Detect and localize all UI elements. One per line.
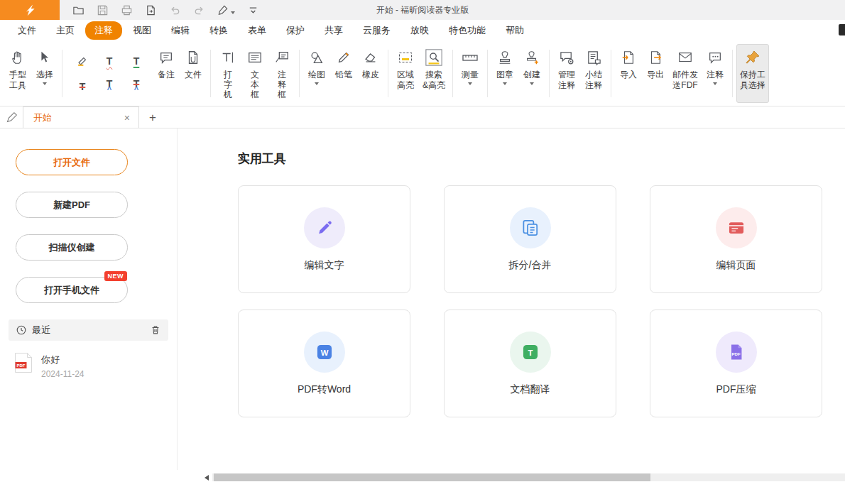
file-attachment-icon: [185, 48, 201, 67]
menu-slideshow[interactable]: 放映: [401, 21, 438, 40]
open-mobile-file-button[interactable]: 打开手机文件 NEW: [16, 277, 128, 303]
area-highlight-icon: [397, 48, 414, 67]
new-tab-button[interactable]: +: [149, 111, 156, 124]
shapes-icon: [309, 48, 325, 67]
redo-icon[interactable]: [192, 3, 206, 17]
group-separator: [732, 50, 733, 97]
replace-text-tool[interactable]: T^: [126, 76, 147, 97]
export-comments-button[interactable]: 导出: [642, 44, 669, 103]
summarize-comments-button[interactable]: 小结注释: [580, 44, 607, 103]
export-document-icon[interactable]: [143, 3, 158, 17]
svg-text:T: T: [528, 348, 533, 356]
menu-file[interactable]: 文件: [9, 21, 45, 40]
underline-tool[interactable]: T: [126, 50, 147, 72]
card-edit-pages[interactable]: 编辑页面: [650, 185, 822, 293]
undo-icon[interactable]: [168, 3, 182, 17]
chevron-down-icon: [315, 82, 319, 85]
comment-ribbon: 手型工具 选择 T T T T^ T^: [0, 41, 845, 106]
pencil-button[interactable]: 铅笔: [330, 44, 357, 103]
new-pdf-button[interactable]: 新建PDF: [16, 192, 128, 218]
squiggly-underline-tool[interactable]: T: [99, 50, 120, 72]
menu-view[interactable]: 视图: [124, 21, 160, 40]
window-title: 开始 - 福昕阅读器专业版: [376, 4, 469, 16]
menu-share[interactable]: 共享: [315, 21, 352, 40]
hand-tool-button[interactable]: 手型工具: [4, 44, 31, 103]
drawing-button[interactable]: 绘图: [303, 44, 330, 103]
comments-menu-button[interactable]: 注释: [702, 44, 729, 103]
search-highlight-button[interactable]: 搜索&高亮: [419, 44, 449, 103]
save-icon[interactable]: [95, 3, 109, 17]
scanner-create-button[interactable]: 扫描仪创建: [16, 234, 128, 261]
group-separator: [62, 50, 62, 97]
scrollbar-track[interactable]: [212, 473, 845, 481]
eraser-button[interactable]: 橡皮: [357, 44, 384, 103]
measure-button[interactable]: 测量: [457, 44, 484, 103]
customize-toolbar-icon[interactable]: [246, 3, 260, 17]
menu-help[interactable]: 帮助: [496, 21, 533, 40]
manage-comments-icon: [559, 48, 575, 67]
create-stamp-button[interactable]: 创建: [518, 44, 545, 103]
eraser-icon: [363, 48, 378, 67]
menu-convert[interactable]: 转换: [200, 21, 237, 40]
horizontal-scrollbar: [201, 472, 845, 483]
email-fdf-button[interactable]: 邮件发送FDF: [669, 44, 702, 103]
foxit-logo-icon: [23, 3, 37, 17]
chevron-down-icon: [713, 82, 717, 85]
note-bubble-icon: [158, 48, 174, 67]
edit-pages-icon: [716, 207, 757, 248]
area-highlight-button[interactable]: 区域高亮: [392, 44, 419, 103]
card-pdf-to-word[interactable]: W PDF转Word: [238, 309, 410, 417]
recent-file-item[interactable]: PDF 你好 2024-11-24: [14, 352, 177, 379]
foxit-logo-button[interactable]: [0, 0, 60, 20]
card-doc-translate[interactable]: T 文档翻译: [444, 309, 616, 417]
callout-button[interactable]: 注释框: [268, 44, 295, 103]
typewriter-button[interactable]: 打字机: [214, 44, 241, 103]
stamp-button[interactable]: 图章: [491, 44, 518, 103]
open-folder-icon[interactable]: [71, 3, 85, 17]
recent-file-name: 你好: [41, 354, 84, 366]
textbox-icon: [247, 48, 263, 67]
signature-pen-icon[interactable]: [216, 3, 236, 17]
quick-access-toolbar: [71, 3, 260, 17]
keep-tool-selected-button[interactable]: 保持工具选择: [736, 44, 769, 103]
sidebar: 打开文件 新建PDF 扫描仪创建 打开手机文件 NEW 最近 PDF: [0, 128, 178, 470]
textbox-button[interactable]: 文本框: [241, 44, 268, 103]
recent-section-header: 最近: [9, 319, 168, 341]
annotate-pen-icon[interactable]: [0, 111, 23, 124]
chevron-down-icon: [503, 82, 507, 85]
tools-panel: 实用工具 编辑文字 拆分/合并: [178, 128, 845, 417]
manage-comments-button[interactable]: 管理注释: [553, 44, 580, 103]
menu-home[interactable]: 主页: [47, 21, 84, 40]
group-separator: [611, 50, 611, 97]
print-icon[interactable]: [119, 3, 133, 17]
menu-cloud[interactable]: 云服务: [354, 21, 400, 40]
document-tab-start[interactable]: 开始 ×: [23, 106, 139, 128]
card-split-merge[interactable]: 拆分/合并: [444, 185, 616, 293]
menu-form[interactable]: 表单: [239, 21, 276, 40]
highlight-tool[interactable]: [72, 50, 93, 72]
scroll-left-button[interactable]: [201, 472, 212, 483]
menu-comment[interactable]: 注释: [85, 21, 122, 40]
clear-recent-trash-icon[interactable]: [150, 324, 161, 336]
import-comments-button[interactable]: 导入: [615, 44, 642, 103]
note-comment-button[interactable]: 备注: [153, 44, 180, 103]
card-edit-text[interactable]: 编辑文字: [238, 185, 410, 293]
card-pdf-compress[interactable]: PDF PDF压缩: [650, 309, 822, 417]
scrollbar-thumb[interactable]: [214, 473, 650, 481]
insert-text-tool[interactable]: T^: [99, 76, 120, 97]
menu-features[interactable]: 特色功能: [440, 21, 495, 40]
clock-icon: [16, 324, 27, 336]
open-file-button[interactable]: 打开文件: [16, 149, 128, 175]
select-tool-button[interactable]: 选择: [31, 44, 58, 103]
close-tab-icon[interactable]: ×: [123, 112, 131, 124]
menu-protect[interactable]: 保护: [277, 21, 314, 40]
menu-edit[interactable]: 编辑: [162, 21, 199, 40]
chevron-left-icon: [205, 475, 209, 481]
strikeout-tool[interactable]: T: [72, 76, 93, 97]
summarize-comments-icon: [586, 48, 602, 67]
search-highlight-icon: [425, 48, 443, 67]
svg-text:PDF: PDF: [17, 363, 26, 368]
ruler-icon: [462, 48, 479, 67]
attach-file-button[interactable]: 文件: [180, 44, 207, 103]
account-icon-fragment[interactable]: [839, 24, 845, 35]
